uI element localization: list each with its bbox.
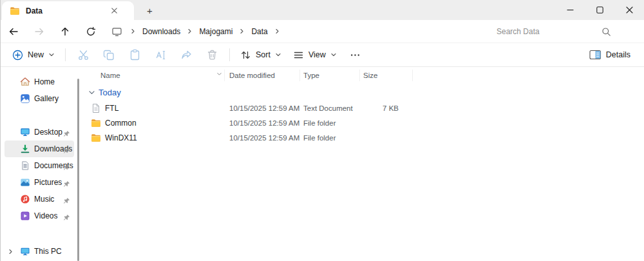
sidebar-item-music[interactable]: Music — [5, 191, 74, 208]
search-input[interactable] — [487, 27, 601, 36]
desktop-icon — [20, 127, 30, 137]
sort-button-label: Sort — [256, 50, 270, 59]
file-name: WinDX11 — [105, 133, 137, 142]
paste-button[interactable] — [122, 44, 147, 65]
group-label: Today — [99, 88, 121, 97]
forward-button[interactable] — [26, 21, 52, 42]
sidebar-item-desktop[interactable]: Desktop — [5, 124, 74, 140]
chevron-down-icon — [330, 52, 337, 58]
file-size: 7 KB — [360, 104, 413, 112]
breadcrumb-chevron-icon — [274, 28, 281, 34]
folder-icon — [91, 118, 101, 128]
sidebar-item-gallery[interactable]: Gallery — [5, 90, 74, 107]
sidebar-item-pictures[interactable]: Pictures — [5, 174, 74, 191]
file-explorer-window: Data + DownloadsMajogamiData New — [0, 0, 644, 261]
share-button[interactable] — [173, 44, 199, 65]
sidebar-item-label: Home — [34, 77, 55, 86]
folder-icon — [91, 133, 101, 143]
refresh-button[interactable] — [78, 21, 104, 42]
chevron-right-icon[interactable] — [6, 249, 15, 255]
chevron-down-icon[interactable] — [88, 89, 95, 96]
column-header-row: NameDate modifiedTypeSize — [86, 67, 644, 84]
column-header-name[interactable]: Name — [86, 70, 225, 81]
command-bar: New Sort View Details — [1, 43, 644, 67]
maximize-button[interactable] — [585, 0, 614, 20]
back-button[interactable] — [1, 21, 26, 42]
minimize-button[interactable] — [555, 0, 585, 20]
home-icon — [20, 77, 30, 87]
breadcrumb-item[interactable]: Majogami — [193, 24, 238, 39]
breadcrumb-chevron-icon — [238, 28, 245, 34]
chevron-down-icon — [48, 52, 55, 58]
copy-button[interactable] — [96, 44, 122, 65]
this-pc-icon — [20, 246, 30, 256]
column-header-type[interactable]: Type — [300, 70, 360, 81]
new-button-label: New — [28, 50, 44, 59]
new-button[interactable]: New — [6, 46, 61, 64]
sidebar-item-home[interactable]: Home — [5, 73, 74, 90]
copy-icon — [103, 49, 115, 61]
sidebar-item-documents[interactable]: Documents — [5, 157, 74, 174]
breadcrumb-item[interactable]: Data — [245, 24, 273, 39]
file-type: Text Document — [300, 104, 360, 112]
details-pane-icon — [589, 50, 601, 60]
music-icon — [20, 194, 30, 204]
tab-bar: Data + — [1, 0, 644, 20]
up-button[interactable] — [52, 21, 78, 42]
breadcrumb-chevron-icon — [186, 28, 193, 34]
folder-icon — [10, 6, 20, 16]
plus-circle-icon — [12, 50, 23, 61]
sidebar-item-label: Desktop — [34, 128, 62, 137]
gallery-icon — [20, 93, 30, 104]
breadcrumb: DownloadsMajogamiData — [129, 24, 281, 39]
file-rows: FTL10/15/2025 12:59 AMText Document7 KBC… — [86, 101, 644, 145]
pin-icon — [63, 179, 70, 186]
sidebar-item-this-pc[interactable]: This PC — [1, 243, 644, 260]
file-type: File folder — [300, 134, 360, 142]
group-header-today[interactable]: Today — [86, 84, 644, 101]
tab-close-icon[interactable] — [107, 4, 121, 18]
file-row-windx11[interactable]: WinDX1110/15/2025 12:59 AMFile folder — [86, 130, 644, 145]
view-button[interactable]: View — [287, 46, 343, 64]
toolbar-separator — [229, 48, 230, 61]
sidebar-item-downloads[interactable]: Downloads — [5, 140, 74, 157]
address-bar: DownloadsMajogamiData — [1, 20, 644, 43]
file-list: NameDate modifiedTypeSize Today FTL10/15… — [86, 67, 644, 145]
downloads-icon — [20, 144, 30, 154]
file-row-common[interactable]: Common10/15/2025 12:59 AMFile folder — [86, 115, 644, 130]
cut-button[interactable] — [70, 44, 96, 65]
file-name: FTL — [105, 104, 118, 113]
documents-icon — [20, 160, 30, 171]
details-pane-button[interactable]: Details — [583, 46, 636, 64]
file-date-modified: 10/15/2025 12:59 AM — [225, 134, 300, 142]
sidebar-item-label: This PC — [34, 247, 62, 256]
sidebar-item-videos[interactable]: Videos — [5, 208, 74, 224]
breadcrumb-item[interactable]: Downloads — [137, 24, 186, 39]
file-date-modified: 10/15/2025 12:59 AM — [225, 104, 300, 112]
tab-title: Data — [26, 6, 107, 15]
search-box — [487, 20, 627, 43]
toolbar-separator — [65, 48, 66, 61]
chevron-down-icon — [275, 52, 281, 58]
sidebar-item-label: Gallery — [34, 94, 59, 103]
view-button-label: View — [308, 50, 326, 59]
sidebar-gap — [1, 107, 77, 124]
sidebar-item-label: Videos — [34, 211, 57, 220]
sidebar-scrollbar[interactable] — [77, 79, 79, 261]
search-icon[interactable] — [601, 27, 611, 37]
column-header-date-modified[interactable]: Date modified — [225, 70, 300, 81]
videos-icon — [20, 211, 30, 221]
file-date-modified: 10/15/2025 12:59 AM — [225, 119, 300, 127]
location-monitor-icon[interactable] — [104, 21, 129, 42]
more-options-button[interactable] — [343, 44, 368, 65]
rename-icon — [155, 49, 167, 61]
close-button[interactable] — [614, 0, 644, 20]
new-tab-button[interactable]: + — [142, 1, 158, 20]
column-header-size[interactable]: Size — [360, 70, 413, 81]
delete-button[interactable] — [199, 44, 225, 65]
view-lines-icon — [293, 50, 304, 61]
file-row-ftl[interactable]: FTL10/15/2025 12:59 AMText Document7 KB — [86, 101, 644, 115]
tab-data[interactable]: Data — [2, 1, 134, 20]
rename-button[interactable] — [147, 44, 173, 65]
sort-button[interactable]: Sort — [234, 46, 287, 64]
